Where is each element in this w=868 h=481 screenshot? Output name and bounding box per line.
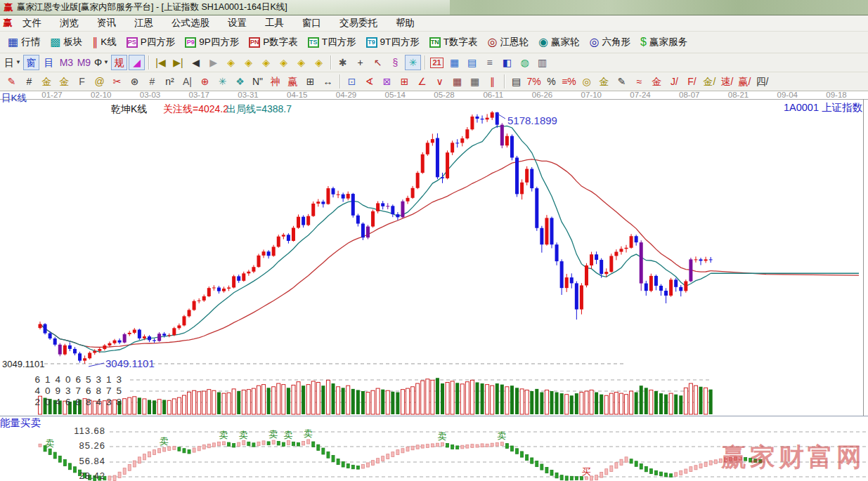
9p-square-button[interactable]: P99P四方形 [180,34,244,51]
box-fan-tool[interactable]: ⊠ [379,74,395,89]
crosshair-tool[interactable]: + [352,55,368,70]
box-grid-tool[interactable]: ⊞ [396,74,413,89]
shen-tool[interactable]: 神 [267,74,283,89]
percent-tool[interactable]: % [543,74,559,89]
grid-123-tool[interactable]: ⊞ [302,74,318,89]
diamond-zoom-left-tool[interactable]: ◈ [223,55,239,70]
save-tool[interactable]: ◧ [499,55,515,70]
hatch-dense-tool[interactable]: # [144,74,160,89]
t-number-table-button[interactable]: TNT数字表 [425,34,483,51]
menu-item-4[interactable]: 公式选股 [162,15,219,31]
pan-hand-tool[interactable]: ✱ [335,55,351,70]
menu-item-7[interactable]: 窗口 [293,15,330,31]
period-day-selector[interactable]: 日▼ [4,55,22,70]
export-tool[interactable]: ◍ [517,55,533,70]
window-layout-tool[interactable]: 窗 [23,55,39,70]
diamond-stretch-v-tool[interactable]: ◈ [293,55,309,70]
ying-tool[interactable]: 赢 [285,74,301,89]
print-tool[interactable]: ▥ [534,55,550,70]
note-editor-tool[interactable]: ≡ [481,55,498,70]
menu-item-8[interactable]: 交易委托 [330,15,387,31]
f-line-tool[interactable]: F/ [684,74,700,89]
gold-underline-tool[interactable]: 金 [649,74,665,89]
spiral-tool[interactable]: @ [91,74,108,89]
level-table-tool[interactable]: ▤ [508,74,524,89]
win-line-tool[interactable]: 赢/ [737,74,753,89]
p-number-table-button[interactable]: PNP数字表 [244,34,303,51]
grid-square-1-tool[interactable]: ▦ [449,74,465,89]
measure-arrow-tool[interactable]: ↖ [370,55,386,70]
f-grid-tool[interactable]: F [74,74,90,89]
four-line-tool[interactable]: 四/ [754,74,770,89]
smart-analysis-tool[interactable]: ✳ [405,55,421,70]
info-list-tool[interactable]: 目 [41,55,57,70]
gold-line-tool[interactable]: 金/ [701,74,718,89]
mirror-tool[interactable]: A| [179,74,195,89]
calculator-tool[interactable]: ▦ [446,55,462,70]
menu-item-1[interactable]: 浏览 [51,15,88,31]
angle-lines-tool[interactable]: ∠ [414,74,430,89]
gold-hline-tool[interactable]: 金 [596,74,612,89]
nav-first-button[interactable]: |◀ [153,55,169,70]
calendar-21-tool[interactable]: 21 [429,55,445,70]
grid-web-tool[interactable]: ❖ [232,74,248,89]
winner-wheel-button[interactable]: ◉赢家轮 [533,34,584,51]
candle-style-selector[interactable]: Φ▼ [93,55,110,70]
sectors-button[interactable]: ▩板块 [45,34,87,51]
parallel-lines-tool[interactable]: ∥ [484,74,500,89]
n-wave-tool[interactable]: N" [250,74,266,89]
9t-square-button[interactable]: T99T四方形 [361,34,425,51]
gold-grid-1-tool[interactable]: 金 [39,74,55,89]
wave-chart-9-tool[interactable]: M9 [76,55,92,70]
colorful-chart-tool[interactable]: ◢ [129,55,145,70]
gann-circle-tool[interactable]: ⊕ [197,74,213,89]
box-select-tool[interactable]: ⊡ [344,74,360,89]
hexagon-button[interactable]: ◎六角形 [585,34,635,51]
kline-chart-canvas[interactable]: 01-2702-1003-0303-1703-3104-1504-2905-14… [0,91,868,481]
star-web-tool[interactable]: ✳ [214,74,231,89]
menu-item-5[interactable]: 设置 [219,15,256,31]
check-wave-tool[interactable]: ∨ [432,74,448,89]
menu-item-0[interactable]: 文件 [13,15,51,31]
nav-last-button[interactable]: ▶| [170,55,186,70]
gann-rule-tool[interactable]: 规 [111,55,127,70]
nav-prev-button[interactable]: ◀ [188,55,204,70]
diamond-zoom-right-tool[interactable]: ◈ [240,55,257,70]
j-line-tool[interactable]: J/ [666,74,682,89]
n-squared-tool[interactable]: n² [162,74,178,89]
p-square-button[interactable]: PSP四方形 [122,34,181,51]
kline-button[interactable]: ∥K线 [87,34,122,51]
hatch-lines-tool[interactable]: # [21,74,37,89]
grid-square-2-tool[interactable]: ▦ [467,74,483,89]
percent-line-tool[interactable]: ≡% [561,74,577,89]
menu-item-2[interactable]: 资讯 [88,15,125,31]
gann-wheel-button[interactable]: ◎江恩轮 [483,34,533,51]
circle-scale-tool[interactable]: ⊛ [127,74,143,89]
t-square-button[interactable]: TST四方形 [303,34,361,51]
quotes-button[interactable]: ▦行情 [3,34,45,51]
marker-knife-tool[interactable]: ✂ [109,74,125,89]
menu-item-3[interactable]: 江恩 [125,15,162,31]
diamond-fit-tool[interactable]: ◈ [311,55,327,70]
fan-lines-tool[interactable]: ∢ [361,74,377,89]
winner-service-button[interactable]: $赢家服务 [635,34,692,51]
speed-line-tool[interactable]: 速/ [719,74,735,89]
brush-tool[interactable]: ✎ [614,74,630,89]
menu-item-9[interactable]: 帮助 [387,15,424,31]
kline-type-label[interactable]: 乾坤K线 [111,103,147,114]
nav-next-button[interactable]: ▶ [205,55,221,70]
wave-chart-3-tool[interactable]: M3 [58,55,75,70]
percent-7-tool[interactable]: 7% [526,74,542,89]
gold-grid-2-tool[interactable]: 金 [56,74,72,89]
diamond-stretch-h-tool[interactable]: ◈ [258,55,274,70]
gann-text-tool[interactable]: § [387,55,403,70]
menu-item-6[interactable]: 工具 [256,15,293,31]
h-measure-tool[interactable]: ↔ [320,74,336,89]
titlebar[interactable]: 赢 赢家江恩专业版[赢家内部服务平台] - [上证指数 SH1A0001-164… [0,0,868,15]
ab-wave-tool[interactable]: ≈ [631,74,647,89]
diamond-compress-tool[interactable]: ◈ [276,55,292,70]
gold-circle-tool[interactable]: ◎ [578,74,595,89]
quote-table-tool[interactable]: ▤ [464,55,480,70]
period-label[interactable]: 日K线 [1,93,27,104]
pencil-tool[interactable]: ✎ [4,74,20,89]
